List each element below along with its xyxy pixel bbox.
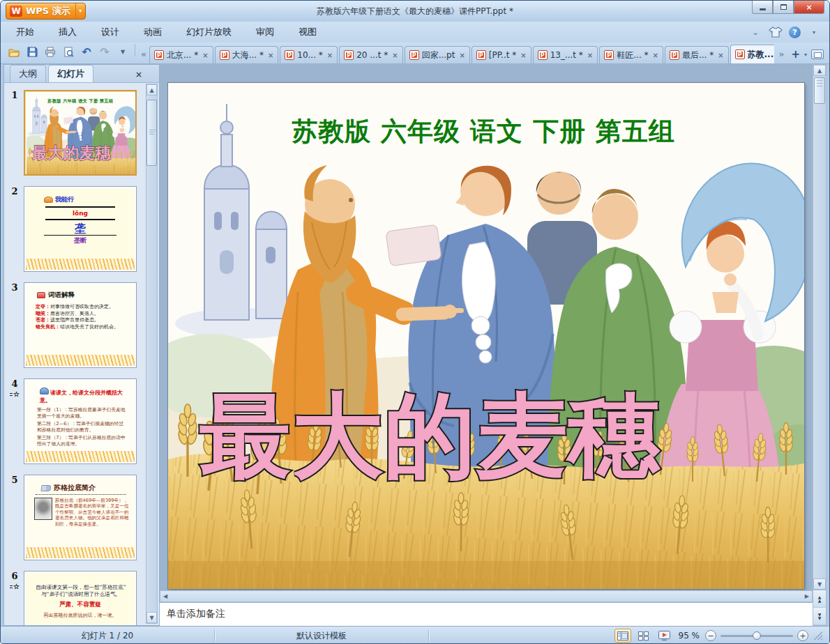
scroll-up-icon[interactable]: ▲ (146, 84, 157, 95)
slide-thumbnail-5[interactable]: 苏格拉底简介 苏格拉底（前469年—前399年），既是古希腊著名的哲学家，又是一… (24, 475, 137, 560)
doc-tab-label: 20 ...t * (356, 50, 388, 60)
minimize-button[interactable] (752, 1, 773, 14)
menu-insert[interactable]: 插入 (50, 22, 86, 42)
zoom-out-icon[interactable]: − (705, 630, 716, 641)
collapse-ribbon-icon[interactable]: ⌄ (748, 26, 762, 38)
doc-tab[interactable]: P大海... *× (215, 46, 279, 63)
slide-main-title: 最大的麦穗 (199, 381, 661, 489)
wps-presentation-window: W WPS 演示 ▾ 苏教版六年级下册语文《最大的麦穗》课件PPT.ppt * … (0, 0, 830, 644)
menu-review[interactable]: 审阅 (247, 22, 283, 42)
scrollbar-thumb[interactable] (814, 77, 825, 104)
doc-tab[interactable]: P回家...pt× (405, 46, 470, 63)
doc-tab-label: 10... * (297, 50, 323, 60)
slide-thumbnail-1[interactable]: 苏教版 六年级 语文 下册 第五组 最大的麦穗 (24, 90, 137, 176)
doc-tab[interactable]: P10... *× (280, 46, 338, 63)
resize-grip[interactable] (814, 631, 822, 640)
doc-tab[interactable]: P北京... *× (149, 46, 213, 63)
scroll-tabs-right-icon[interactable]: » (777, 49, 787, 61)
doc-tab[interactable]: P20 ...t *× (339, 46, 402, 63)
slide-sorter-view-button[interactable] (635, 629, 652, 643)
slide-1-canvas[interactable]: 苏教版 六年级 语文 下册 第五组 最大的麦穗 (27, 93, 135, 174)
scroll-right-icon[interactable]: ▶ (805, 593, 809, 599)
menu-design[interactable]: 设计 (92, 22, 128, 42)
slide-row-1: 1 (6, 90, 158, 176)
doc-tab[interactable]: P鞋匠... *× (599, 46, 663, 63)
zoom-in-icon[interactable]: + (797, 630, 808, 641)
print-icon[interactable] (43, 45, 58, 59)
slideshow-view-button[interactable] (656, 629, 673, 643)
close-tab-icon[interactable]: × (391, 52, 398, 59)
thumb2-word: 垄断 (26, 236, 135, 245)
panel-scrollbar[interactable]: ▲ ▼ (146, 84, 158, 624)
scroll-left-icon[interactable]: ◀ (163, 593, 167, 599)
horizontal-scrollbar[interactable]: ◀ ▶ (160, 590, 813, 602)
wps-app-dropdown-icon[interactable]: ▾ (75, 3, 85, 19)
panel-close-icon[interactable]: × (135, 70, 142, 79)
slide-thumbnail-2[interactable]: 我能行 lǒng 垄 垄断 (24, 186, 137, 272)
open-file-icon[interactable] (6, 45, 22, 59)
menu-view[interactable]: 视图 (289, 22, 326, 42)
thumbnail-list: 1 (4, 83, 159, 625)
save-icon[interactable] (24, 45, 40, 59)
tab-outline[interactable]: 大纲 (10, 65, 46, 82)
close-tab-icon[interactable]: × (651, 52, 658, 59)
animation-indicator-icon: ☆ (6, 583, 24, 590)
previous-slide-button[interactable]: ▲▲ (813, 590, 826, 608)
close-tab-icon[interactable]: × (519, 52, 526, 59)
slide-thumbnail-6[interactable]: 自由读课文第一段，想一想“苏格拉底”与“弟子们”说话时用了什么语气。 严肃、不容… (24, 571, 137, 625)
slide-counter: 幻灯片 1 / 20 (1, 630, 214, 642)
menu-home[interactable]: 开始 (7, 22, 43, 42)
menu-slideshow[interactable]: 幻灯片放映 (177, 22, 241, 42)
doc-tab-active[interactable]: P苏教... *× (730, 45, 775, 63)
wps-app-button[interactable]: W WPS 演示 ▾ (6, 3, 86, 20)
close-button[interactable]: × (794, 1, 824, 14)
new-tab-dropdown-icon[interactable]: ▾ (804, 52, 807, 58)
slide-1-canvas[interactable]: 苏教版 六年级 语文 下册 第五组 最大的麦穗 (168, 83, 804, 589)
doc-tab-label: 13_...t * (550, 50, 583, 60)
close-tab-icon[interactable]: × (266, 52, 273, 59)
close-tab-icon[interactable]: × (458, 52, 465, 59)
vertical-scrollbar[interactable]: ▲ ▼ ▲▲ ▼▼ (813, 64, 827, 626)
slide-row-6: 6 ☆ 自由读课文第一段，想一想“苏格拉底”与“弟子们”说话时用了什么语气。 严… (6, 571, 158, 625)
normal-view-button[interactable] (614, 629, 631, 643)
restore-button[interactable] (773, 1, 794, 14)
scroll-up-icon[interactable]: ▲ (813, 65, 826, 76)
slide-thumbnail-4[interactable]: 读课文，给课文分段并概括大意。 第一段（1）：写苏格拉底要弟子们去麦地里摘一个最… (24, 378, 137, 464)
zoom-slider-handle[interactable] (753, 631, 761, 640)
slide-row-5: 5 苏格拉底简介 苏格拉底（前469年—前399年），既是古希腊著名的哲学家，又… (6, 475, 158, 560)
new-tab-icon[interactable]: + (791, 48, 800, 61)
close-tab-icon[interactable]: × (326, 52, 333, 59)
close-tab-icon[interactable]: × (201, 52, 208, 59)
slide-thumbnail-3[interactable]: 词语解释 定夺：对事情做可否或取舍的决定。 嘲笑：用言语挖苦、奚落人。 苍老：这… (24, 282, 137, 368)
redo-icon[interactable]: ↷ (97, 45, 112, 59)
doc-tab-label: 鞋匠... * (617, 49, 648, 61)
print-preview-icon[interactable] (61, 45, 76, 59)
help-icon[interactable]: ? (789, 26, 801, 38)
scroll-down-icon[interactable]: ▼ (146, 612, 157, 623)
close-tab-icon[interactable]: × (586, 52, 593, 59)
zoom-slider[interactable] (720, 635, 793, 637)
thumb2-character: 垄 (26, 222, 135, 234)
tab-switcher-icon[interactable] (811, 49, 824, 59)
design-template-label[interactable]: 默认设计模板 (215, 630, 428, 642)
toolbar-more-icon[interactable]: ▼ (115, 45, 130, 59)
doc-tab[interactable]: P[PP..t *× (471, 46, 531, 63)
tab-extras: » + ▾ (774, 48, 829, 63)
slide-canvas-area[interactable]: 苏教版 六年级 语文 下册 第五组 最大的麦穗 (160, 64, 813, 590)
doc-tab[interactable]: P最后... *× (665, 46, 729, 63)
undo-icon[interactable]: ↶ (79, 45, 94, 59)
close-tab-icon[interactable]: × (716, 52, 723, 59)
scroll-down-icon[interactable]: ▼ (813, 578, 826, 590)
doc-tab[interactable]: P13_...t *× (533, 46, 598, 63)
scroll-tabs-left-icon[interactable]: « (139, 49, 149, 63)
more-options-icon[interactable]: ▾ (807, 26, 821, 38)
next-slide-button[interactable]: ▼▼ (813, 608, 826, 625)
quick-access-toolbar: ↶ ↷ ▼ (1, 44, 139, 63)
panel-scrollbar-thumb[interactable] (146, 100, 157, 166)
menu-animation[interactable]: 动画 (135, 22, 171, 42)
close-icon: × (806, 3, 812, 12)
tab-slides[interactable]: 幻灯片 (48, 65, 93, 82)
skin-icon[interactable] (769, 26, 783, 38)
notes-pane[interactable]: 单击添加备注 (160, 602, 813, 626)
reader-icon (44, 197, 53, 203)
